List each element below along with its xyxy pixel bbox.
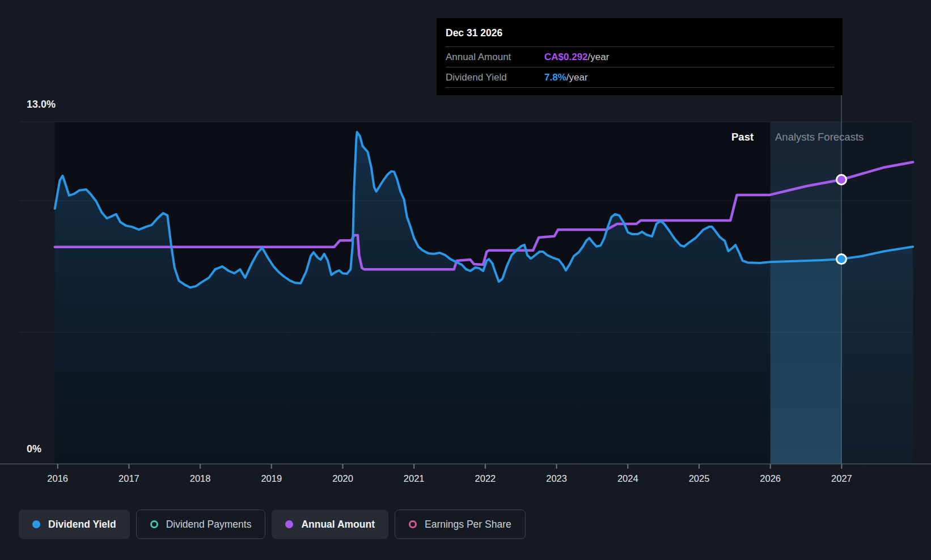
- legend-item-annual-amount[interactable]: Annual Amount: [272, 510, 388, 539]
- earnings-per-share-dot-icon: [409, 520, 417, 528]
- legend-label: Dividend Payments: [166, 519, 252, 531]
- x-axis-label-2023: 2023: [546, 473, 567, 483]
- legend-label: Dividend Yield: [48, 519, 116, 531]
- x-axis-label-2018: 2018: [190, 473, 211, 483]
- tooltip-date: Dec 31 2026: [446, 18, 834, 46]
- annual-amount-marker[interactable]: [837, 175, 847, 185]
- x-axis-label-2019: 2019: [261, 473, 282, 483]
- x-axis-label-2017: 2017: [119, 473, 139, 483]
- x-axis-label-2022: 2022: [475, 473, 496, 483]
- tooltip-value-dividend-yield: 7.8%/year: [544, 72, 588, 83]
- legend-label: Earnings Per Share: [425, 519, 511, 531]
- annual-amount-dot-icon: [285, 520, 293, 528]
- dividend-yield-dot-icon: [32, 520, 40, 528]
- tooltip-suffix-dividend-yield: /year: [566, 72, 588, 83]
- x-axis-label-2025: 2025: [689, 473, 710, 483]
- legend-item-earnings-per-share[interactable]: Earnings Per Share: [395, 510, 526, 539]
- x-axis-label-2020: 2020: [332, 473, 353, 483]
- x-axis-label-2016: 2016: [47, 473, 68, 483]
- tooltip-label-annual-amount: Annual Amount: [446, 52, 544, 63]
- tooltip-row-annual-amount: Annual Amount CA$0.292/year: [446, 46, 834, 67]
- tooltip-value-annual-amount: CA$0.292/year: [544, 52, 609, 63]
- legend-item-dividend-yield[interactable]: Dividend Yield: [19, 510, 130, 539]
- legend-label: Annual Amount: [301, 519, 375, 531]
- dividend-yield-marker[interactable]: [837, 254, 847, 264]
- legend: Dividend YieldDividend PaymentsAnnual Am…: [19, 510, 526, 539]
- x-axis-label-2024: 2024: [617, 473, 638, 483]
- x-axis-label-2026: 2026: [760, 473, 781, 483]
- dividend-chart-page: 2016201720182019202020212022202320242025…: [0, 0, 931, 560]
- chart-tooltip: Dec 31 2026 Annual Amount CA$0.292/year …: [437, 18, 843, 95]
- y-axis-label-zero: 0%: [27, 443, 41, 455]
- forecast-label: Analysts Forecasts: [775, 131, 864, 143]
- y-axis-label-max: 13.0%: [27, 99, 56, 111]
- tooltip-row-dividend-yield: Dividend Yield 7.8%/year: [446, 67, 834, 88]
- x-axis-label-2027: 2027: [831, 473, 852, 483]
- tooltip-label-dividend-yield: Dividend Yield: [446, 72, 544, 83]
- tooltip-suffix-annual-amount: /year: [588, 52, 610, 62]
- dividend-payments-dot-icon: [150, 520, 158, 528]
- legend-item-dividend-payments[interactable]: Dividend Payments: [136, 510, 266, 539]
- x-axis-label-2021: 2021: [404, 473, 425, 483]
- past-label: Past: [731, 131, 754, 143]
